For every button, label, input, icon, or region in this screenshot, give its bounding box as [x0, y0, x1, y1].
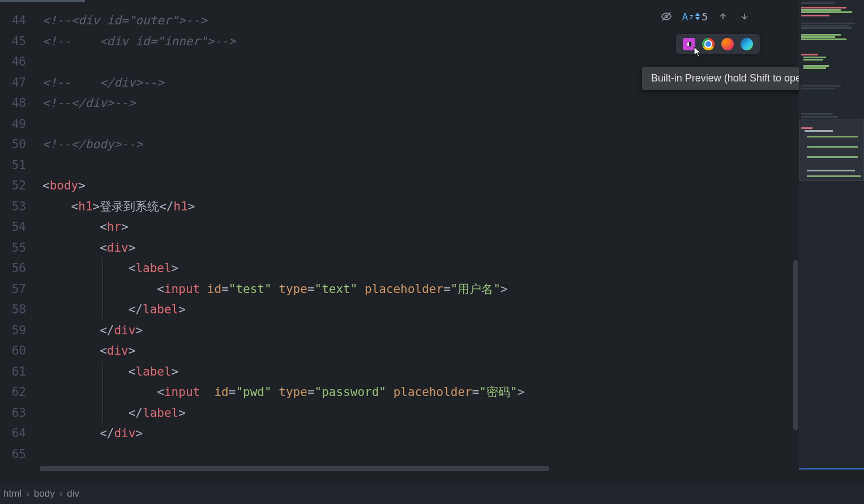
comment-text: <!-- <div id="inner">--> [42, 35, 236, 48]
arrow-up-icon[interactable] [717, 10, 729, 23]
line-number[interactable]: 61 [0, 361, 34, 382]
horizontal-scrollbar[interactable] [40, 466, 549, 471]
minimap-viewport[interactable] [799, 119, 864, 181]
breadcrumb-bar[interactable]: html › body › div [0, 484, 864, 504]
line-number[interactable]: 60 [0, 341, 34, 361]
line-number[interactable]: 54 [0, 217, 34, 238]
code-line[interactable]: <div> [42, 238, 864, 259]
code-line[interactable]: </label> [42, 299, 864, 320]
chrome-icon[interactable] [702, 38, 715, 50]
line-number[interactable]: 47 [0, 72, 34, 93]
code-line[interactable]: <div> [42, 341, 864, 361]
hide-warnings-icon[interactable] [660, 10, 673, 23]
builtin-preview-icon[interactable] [683, 38, 695, 50]
code-line[interactable]: </label> [42, 403, 864, 424]
code-line[interactable]: <input id="test" type="text" placeholder… [42, 279, 864, 300]
code-line[interactable]: <!--</div>--> [42, 93, 864, 114]
line-number[interactable]: 48 [0, 93, 34, 114]
line-number[interactable]: 46 [0, 51, 34, 72]
line-number[interactable]: 52 [0, 175, 34, 196]
comment-text: <!--</div>--> [42, 96, 135, 110]
breadcrumb-separator-icon: › [26, 488, 29, 499]
code-line[interactable]: </div> [42, 423, 864, 444]
arrow-down-icon[interactable] [738, 10, 751, 23]
vertical-scrollbar[interactable] [793, 260, 798, 430]
code-line[interactable]: <h1>登录到系统</h1> [42, 196, 864, 217]
line-number[interactable]: 56 [0, 258, 34, 279]
line-number[interactable]: 62 [0, 382, 34, 403]
svg-rect-4 [687, 42, 689, 46]
comment-text: <!-- </div>--> [42, 76, 164, 89]
edge-icon[interactable] [741, 38, 753, 50]
breadcrumb-segment[interactable]: div [67, 488, 79, 499]
line-number[interactable]: 57 [0, 279, 34, 300]
code-line[interactable] [42, 155, 864, 176]
code-line[interactable]: <input id="pwd" type="password" placehol… [42, 382, 864, 403]
comment-text: <!--</body>--> [42, 137, 143, 151]
line-number[interactable]: 45 [0, 31, 34, 52]
line-number[interactable]: 64 [0, 423, 34, 444]
code-line[interactable]: <label> [42, 258, 864, 279]
minimap[interactable] [799, 0, 864, 469]
breadcrumb-segment[interactable]: html [3, 488, 22, 499]
breadcrumb-separator-icon: › [59, 488, 63, 499]
line-number[interactable]: 59 [0, 320, 34, 341]
code-line[interactable] [42, 444, 864, 465]
line-number[interactable]: 44 [0, 10, 34, 31]
line-number[interactable]: 50 [0, 134, 34, 155]
firefox-icon[interactable] [721, 38, 734, 50]
line-number-gutter[interactable]: 44 45 46 47 48 49 50 51 52 53 54 55 56 5… [0, 0, 36, 469]
line-number[interactable]: 63 [0, 403, 34, 424]
line-number[interactable]: 65 [0, 444, 34, 465]
line-number[interactable]: 55 [0, 238, 34, 259]
code-line[interactable]: <body> [42, 175, 864, 196]
font-step-indicator[interactable]: Az 5 [682, 11, 708, 23]
code-line[interactable] [42, 114, 864, 135]
editor-top-right-actions: Az 5 [660, 10, 751, 23]
code-line[interactable]: </div> [42, 320, 864, 341]
comment-text: <!--<div id="outer">--> [42, 14, 207, 27]
line-number[interactable]: 49 [0, 114, 34, 135]
browser-preview-bar [676, 34, 760, 54]
code-line[interactable]: <!--</body>--> [42, 134, 864, 155]
line-number[interactable]: 58 [0, 299, 34, 320]
breadcrumb-segment[interactable]: body [34, 488, 55, 499]
code-line[interactable]: <hr> [42, 217, 864, 238]
line-number[interactable]: 53 [0, 196, 34, 217]
line-number[interactable]: 51 [0, 155, 34, 176]
code-line[interactable]: <label> [42, 361, 864, 382]
